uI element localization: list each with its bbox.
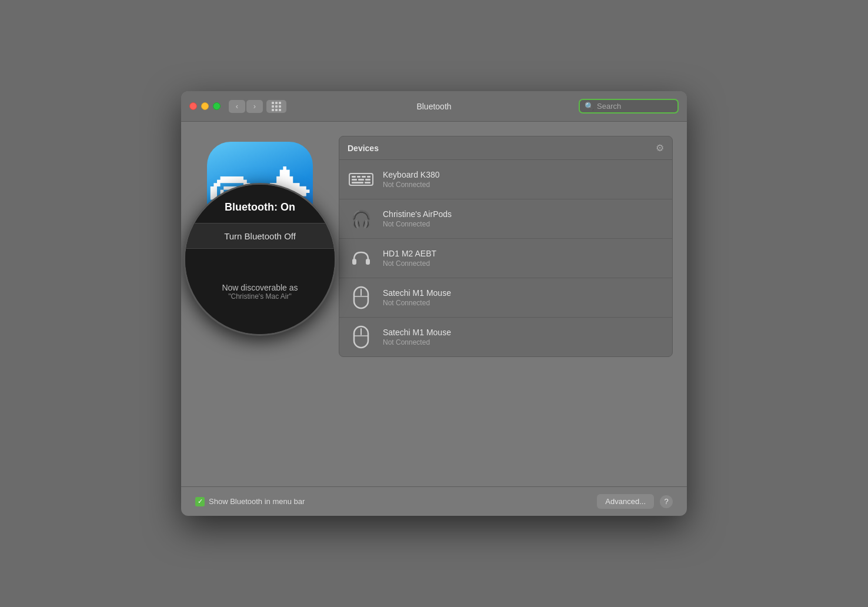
main-content: ⭖✦ Bluetooth: On Turn Bluetooth Off Now … [181,122,687,486]
device-name: Christine's AirPods [383,209,452,219]
device-info: Satechi M1 MouseNot Connected [383,288,451,307]
forward-button[interactable]: › [246,100,263,113]
device-status: Not Connected [383,259,436,268]
devices-box: Devices ⚙ Keyboard K380Not Connected🎧Chr… [339,136,673,357]
window: ‹ › Bluetooth 🔍 ⭖✦ Bluet [181,91,687,516]
svg-rect-0 [352,259,356,265]
svg-rect-1 [366,259,370,265]
device-icon-wrap [348,166,375,193]
device-row[interactable]: Satechi M1 MouseNot Connected [339,278,672,318]
device-status: Not Connected [383,299,451,307]
discoverable-line1: Now discoverable as [222,283,298,292]
traffic-lights [189,102,221,110]
device-row[interactable]: Keyboard K380Not Connected [339,160,672,199]
turn-bluetooth-off-label: Turn Bluetooth Off [224,231,296,241]
context-menu: Bluetooth: On Turn Bluetooth Off Now dis… [183,183,336,336]
search-input[interactable] [597,102,673,111]
loading-spinner-icon: ⚙ [656,142,664,154]
minimize-button[interactable] [201,102,209,110]
grid-icon [272,102,281,111]
keyboard-icon [349,173,373,186]
mouse-icon [353,325,369,349]
device-icon-wrap [348,245,375,272]
search-icon: 🔍 [585,102,594,111]
discoverable-info: Now discoverable as "Christine's Mac Air… [185,249,335,334]
device-status: Not Connected [383,220,452,228]
device-row[interactable]: HD1 M2 AEBTNot Connected [339,239,672,278]
nav-arrows: ‹ › [229,100,263,113]
show-in-menubar-label: Show Bluetooth in menu bar [209,497,305,506]
mouse-icon [353,286,369,309]
context-status-text: Bluetooth: On [225,201,295,214]
device-info: Satechi M1 MouseNot Connected [383,328,451,346]
device-name: HD1 M2 AEBT [383,249,436,258]
maximize-button[interactable] [213,102,221,110]
bottom-bar: ✓ Show Bluetooth in menu bar Advanced...… [181,486,687,516]
back-button[interactable]: ‹ [229,100,245,113]
device-list: Keyboard K380Not Connected🎧Christine's A… [339,160,672,356]
device-icon-wrap: 🎧 [348,205,375,232]
grid-view-button[interactable] [266,100,286,113]
turn-bluetooth-off-button[interactable]: Turn Bluetooth Off [185,223,335,249]
device-row[interactable]: Satechi M1 MouseNot Connected [339,318,672,356]
show-in-menubar-checkbox[interactable]: ✓ [195,497,205,506]
device-name: Satechi M1 Mouse [383,328,451,337]
device-name: Keyboard K380 [383,170,440,179]
device-row[interactable]: 🎧Christine's AirPodsNot Connected [339,199,672,239]
close-button[interactable] [189,102,197,110]
left-panel: ⭖✦ Bluetooth: On Turn Bluetooth Off Now … [195,136,325,472]
device-icon-wrap [348,284,375,311]
airpods-icon: 🎧 [351,209,372,229]
headphones-icon [349,246,373,270]
devices-header: Devices ⚙ [339,136,672,160]
device-icon-wrap [348,323,375,351]
device-name: Satechi M1 Mouse [383,288,451,298]
right-panel: Devices ⚙ Keyboard K380Not Connected🎧Chr… [339,136,673,472]
search-box[interactable]: 🔍 [579,99,679,114]
show-in-menubar-checkbox-wrap[interactable]: ✓ Show Bluetooth in menu bar [195,497,305,506]
advanced-button[interactable]: Advanced... [597,494,654,509]
device-status: Not Connected [383,338,451,346]
device-info: Keyboard K380Not Connected [383,170,440,189]
device-info: HD1 M2 AEBTNot Connected [383,249,436,268]
device-status: Not Connected [383,181,440,189]
devices-title: Devices [348,144,379,153]
discoverable-line2: "Christine's Mac Air" [228,292,292,301]
titlebar: ‹ › Bluetooth 🔍 [181,91,687,122]
help-button[interactable]: ? [660,495,673,508]
device-info: Christine's AirPodsNot Connected [383,209,452,228]
window-title: Bluetooth [416,102,451,111]
